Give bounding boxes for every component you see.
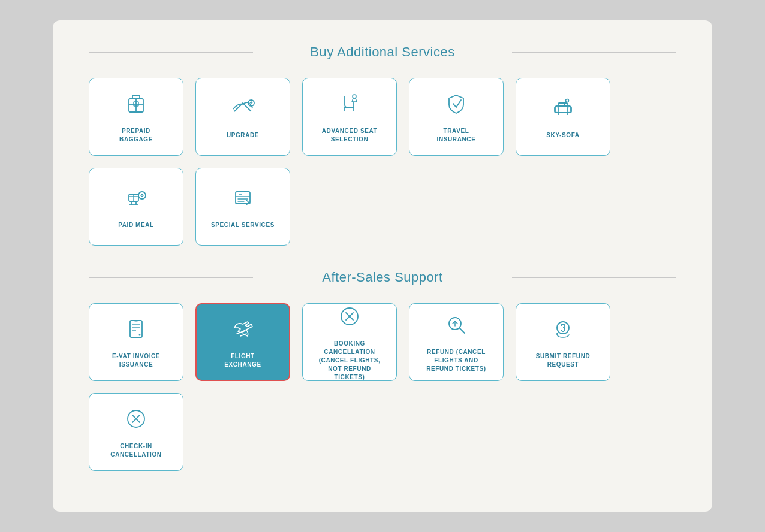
card-label-upgrade: UPGRADE xyxy=(227,131,259,140)
card-label-refund-cancel: REFUND (CANCELFLIGHTS ANDREFUND TICKETS) xyxy=(426,348,486,373)
after-sales-cards-grid: E-VAT INVOICEISSUANCE FLIGHTEXCHANGE xyxy=(89,303,676,471)
svg-rect-4 xyxy=(134,111,136,113)
card-label-paid-meal: PAID MEAL xyxy=(118,221,154,229)
card-label-checkin-cancellation: CHECK-INCANCELLATION xyxy=(110,442,161,459)
card-flight-exchange[interactable]: FLIGHTEXCHANGE xyxy=(195,303,290,381)
card-label-flight-exchange: FLIGHTEXCHANGE xyxy=(224,352,261,369)
after-sales-section: After-Sales Support E-VAT INVOICEISSUANC… xyxy=(89,270,676,471)
main-container: Buy Additional Services PREPAIDBAGGAGE xyxy=(53,20,712,512)
exchange-icon xyxy=(230,316,256,345)
svg-rect-10 xyxy=(558,103,568,107)
card-label-sky-sofa: SKY-SOFA xyxy=(546,131,579,140)
insurance-icon xyxy=(443,90,469,120)
svg-point-8 xyxy=(353,95,356,98)
svg-point-19 xyxy=(138,192,146,199)
upgrade-icon xyxy=(230,95,256,124)
special-services-icon xyxy=(230,185,256,214)
card-label-e-vat-invoice: E-VAT INVOICEISSUANCE xyxy=(112,352,160,369)
buy-cards-grid: PREPAIDBAGGAGE UPGRADE xyxy=(89,78,676,246)
checkin-cancel-icon xyxy=(123,406,149,435)
card-label-advanced-seat: ADVANCED SEATSELECTION xyxy=(322,127,377,144)
meal-icon xyxy=(123,185,149,214)
card-paid-meal[interactable]: PAID MEAL xyxy=(89,168,183,246)
svg-line-34 xyxy=(459,328,465,333)
svg-rect-11 xyxy=(555,107,558,113)
card-label-prepaid-baggage: PREPAIDBAGGAGE xyxy=(119,127,153,144)
sofa-icon xyxy=(550,95,576,124)
card-label-special-services: SPECIAL SERVICES xyxy=(211,221,275,229)
card-sky-sofa[interactable]: SKY-SOFA xyxy=(516,78,610,156)
card-e-vat-invoice[interactable]: E-VAT INVOICEISSUANCE xyxy=(89,303,183,381)
card-label-submit-refund: SUBMIT REFUNDREQUEST xyxy=(536,352,591,369)
card-upgrade[interactable]: UPGRADE xyxy=(195,78,290,156)
card-checkin-cancellation[interactable]: CHECK-INCANCELLATION xyxy=(89,393,183,471)
card-label-booking-cancellation: BOOKINGCANCELLATION(CANCEL FLIGHTS,NOT R… xyxy=(319,340,381,382)
card-label-travel-insurance: TRAVELINSURANCE xyxy=(437,127,476,144)
card-prepaid-baggage[interactable]: PREPAIDBAGGAGE xyxy=(89,78,183,156)
card-refund-cancel[interactable]: REFUND (CANCELFLIGHTS ANDREFUND TICKETS) xyxy=(409,303,504,381)
card-booking-cancellation[interactable]: BOOKINGCANCELLATION(CANCEL FLIGHTS,NOT R… xyxy=(302,303,397,381)
card-submit-refund[interactable]: SUBMIT REFUNDREQUEST xyxy=(516,303,610,381)
cancel-circle-icon xyxy=(336,303,363,332)
invoice-icon xyxy=(123,316,149,345)
after-sales-title: After-Sales Support xyxy=(89,270,676,285)
svg-point-29 xyxy=(139,334,141,335)
buy-section: Buy Additional Services PREPAIDBAGGAGE xyxy=(89,44,676,246)
baggage-icon xyxy=(123,90,149,120)
refund-search-icon xyxy=(443,312,469,341)
refund-coins-icon xyxy=(550,316,576,345)
seat-icon xyxy=(336,90,363,120)
card-special-services[interactable]: SPECIAL SERVICES xyxy=(195,168,290,246)
svg-rect-5 xyxy=(136,111,138,113)
card-travel-insurance[interactable]: TRAVELINSURANCE xyxy=(409,78,504,156)
card-advanced-seat[interactable]: ADVANCED SEATSELECTION xyxy=(302,78,397,156)
buy-section-title: Buy Additional Services xyxy=(89,44,676,60)
svg-point-15 xyxy=(566,99,569,102)
